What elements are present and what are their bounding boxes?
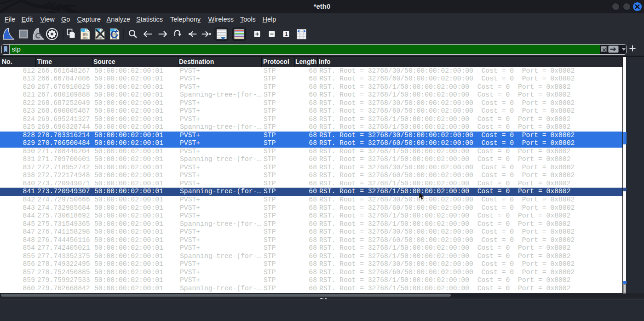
svg-text:1: 1 <box>285 31 288 37</box>
